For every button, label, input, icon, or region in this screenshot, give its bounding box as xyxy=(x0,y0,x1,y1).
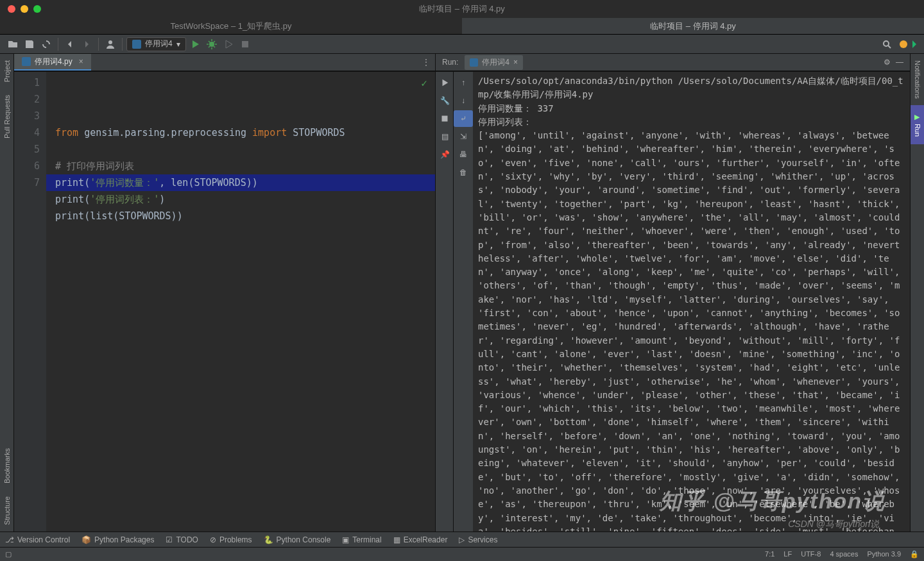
stop-icon[interactable] xyxy=(237,37,253,52)
file-encoding[interactable]: UTF-8 xyxy=(801,550,821,558)
print-icon[interactable]: 🖶 xyxy=(454,146,473,163)
bottom-python-packages[interactable]: 📦Python Packages xyxy=(81,535,154,544)
svg-point-1 xyxy=(209,42,214,47)
editor-tab-label: 停用词4.py xyxy=(35,56,73,67)
save-icon[interactable] xyxy=(22,37,37,52)
bottom-todo[interactable]: ☑TODO xyxy=(166,535,198,544)
svg-rect-2 xyxy=(242,41,248,47)
close-tab-icon[interactable]: × xyxy=(79,57,83,66)
status-bar: ▢ 7:1 LF UTF-8 4 spaces Python 3.9 🔒 xyxy=(0,547,924,561)
editor-tab-active[interactable]: 停用词4.py × xyxy=(14,54,91,71)
project-window-tabs: TestWorkSpace – 1_知乎爬虫.py 临时项目 – 停用词 4.p… xyxy=(0,18,924,35)
sidebar-tab-bookmarks[interactable]: Bookmarks xyxy=(2,442,12,490)
window-title: 临时项目 – 停用词 4.py xyxy=(419,3,505,15)
bottom-tool-bar: ⎇Version Control 📦Python Packages ☑TODO … xyxy=(0,532,924,547)
status-icon[interactable]: ▢ xyxy=(5,550,12,558)
bottom-excelreader[interactable]: ▦ExcelReader xyxy=(393,535,448,544)
line-separator[interactable]: LF xyxy=(783,550,792,558)
down-icon[interactable]: ↓ xyxy=(454,92,473,109)
back-icon[interactable] xyxy=(62,37,78,52)
window-titlebar: 临时项目 – 停用词 4.py xyxy=(0,0,924,18)
sidebar-tab-project[interactable]: Project xyxy=(2,54,12,88)
ide-status-dot[interactable] xyxy=(900,40,907,48)
bottom-python-console[interactable]: 🐍Python Console xyxy=(264,535,331,544)
main-toolbar: 停用词4 ▾ xyxy=(0,35,924,54)
layout-icon[interactable]: ▤ xyxy=(436,128,454,145)
editor-tabs: 停用词4.py × ⋮ xyxy=(14,54,435,72)
python-interpreter[interactable]: Python 3.9 xyxy=(867,550,901,558)
wrench-icon[interactable]: 🔧 xyxy=(436,92,454,109)
python-file-icon xyxy=(470,58,478,67)
run-tab-label: 停用词4 xyxy=(482,57,509,68)
bottom-version-control[interactable]: ⎇Version Control xyxy=(5,535,70,544)
svg-point-3 xyxy=(884,41,889,46)
bottom-services[interactable]: ▷Services xyxy=(459,535,497,544)
traffic-lights xyxy=(0,5,41,13)
run-config-selector[interactable]: 停用词4 ▾ xyxy=(126,37,186,51)
minimize-panel-icon[interactable]: — xyxy=(896,58,903,67)
lock-icon[interactable]: 🔒 xyxy=(910,550,919,558)
scroll-end-icon[interactable]: ⇲ xyxy=(454,128,473,145)
bottom-terminal[interactable]: ▣Terminal xyxy=(342,535,381,544)
left-tool-stripe: Project Pull Requests Bookmarks Structur… xyxy=(0,54,14,532)
close-window-button[interactable] xyxy=(8,5,15,13)
editor-tab-menu-icon[interactable]: ⋮ xyxy=(417,58,435,67)
project-tab-testworkspace[interactable]: TestWorkSpace – 1_知乎爬虫.py xyxy=(0,18,462,34)
run-panel-title: Run: xyxy=(442,58,458,67)
jetbrains-icon[interactable] xyxy=(912,40,916,48)
open-icon[interactable] xyxy=(5,37,21,52)
indent-setting[interactable]: 4 spaces xyxy=(830,550,858,558)
run-toolbar-right: ↑ ↓ ⤶ ⇲ 🖶 🗑 xyxy=(454,72,473,532)
project-tab-linshi[interactable]: 临时项目 – 停用词 4.py xyxy=(462,18,924,34)
minimize-window-button[interactable] xyxy=(21,5,28,13)
run-config-label: 停用词4 xyxy=(145,38,173,49)
run-panel: Run: 停用词4 × ⚙ — 🔧 ▤ 📌 ↑ ↓ ⤶ xyxy=(435,54,910,532)
cursor-position[interactable]: 7:1 xyxy=(765,550,774,558)
search-icon[interactable] xyxy=(879,37,894,52)
coverage-icon[interactable] xyxy=(221,37,236,52)
rerun-icon[interactable] xyxy=(436,74,454,91)
right-tool-stripe: Notifications ▶Run xyxy=(910,54,924,532)
chevron-down-icon: ▾ xyxy=(176,40,180,49)
sidebar-tab-notifications[interactable]: Notifications xyxy=(911,54,924,105)
close-run-tab-icon[interactable]: × xyxy=(513,58,518,67)
run-panel-header: Run: 停用词4 × ⚙ — xyxy=(436,54,910,72)
sync-icon[interactable] xyxy=(38,37,54,52)
forward-icon[interactable] xyxy=(79,37,94,52)
sidebar-tab-pull-requests[interactable]: Pull Requests xyxy=(2,88,12,145)
delete-icon[interactable]: 🗑 xyxy=(454,164,473,181)
run-toolbar-left: 🔧 ▤ 📌 xyxy=(436,72,454,532)
editor-body[interactable]: ✓ 1234567 from gensim.parsing.preprocess… xyxy=(14,72,435,532)
up-icon[interactable]: ↑ xyxy=(454,74,473,91)
run-button[interactable] xyxy=(187,37,203,52)
editor-panel: 停用词4.py × ⋮ ✓ 1234567 from gensim.parsin… xyxy=(14,54,435,532)
soft-wrap-icon[interactable]: ⤶ xyxy=(454,110,473,127)
debug-button[interactable] xyxy=(204,37,219,52)
svg-rect-4 xyxy=(442,116,448,122)
sidebar-tab-run[interactable]: ▶Run xyxy=(911,105,924,144)
python-file-icon xyxy=(22,57,31,66)
run-tab[interactable]: 停用词4 × xyxy=(465,55,523,70)
svg-point-0 xyxy=(108,40,112,44)
maximize-window-button[interactable] xyxy=(33,5,41,13)
stop-run-icon[interactable] xyxy=(436,110,454,127)
console-output[interactable]: /Users/solo/opt/anaconda3/bin/python /Us… xyxy=(473,72,910,532)
pin-icon[interactable]: 📌 xyxy=(436,146,454,163)
gear-icon[interactable]: ⚙ xyxy=(884,58,891,67)
line-gutter: 1234567 xyxy=(14,72,46,532)
sidebar-tab-structure[interactable]: Structure xyxy=(2,490,12,532)
user-icon[interactable] xyxy=(103,37,118,52)
bottom-problems[interactable]: ⊘Problems xyxy=(210,535,252,544)
code-area[interactable]: from gensim.parsing.preprocessing import… xyxy=(46,72,435,532)
